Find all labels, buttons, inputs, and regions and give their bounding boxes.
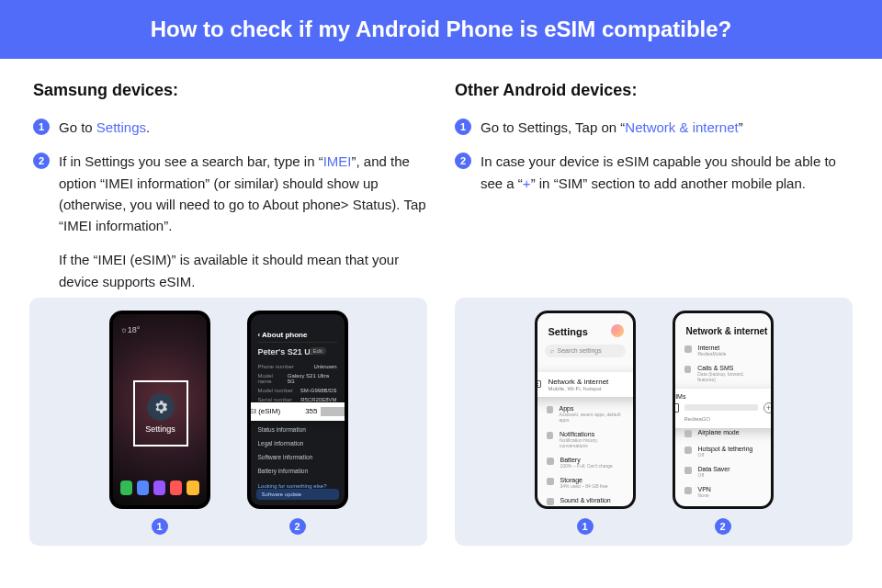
other-shot-1: Settings ⌕ Search settings Network & int… xyxy=(535,311,636,535)
other-step-2-text: In case your device is eSIM capable you … xyxy=(481,151,849,194)
other-screenshots: Settings ⌕ Search settings Network & int… xyxy=(455,298,853,546)
screenshots-row: ☼18° Settings 1 ‹ About phone Peter's S2… xyxy=(0,298,882,546)
imei-label: IMEI (eSIM) xyxy=(247,407,281,415)
about-list: Status information Legal information Sof… xyxy=(258,426,337,474)
carrier-label: RedteaGO xyxy=(684,416,774,422)
wifi-icon xyxy=(535,380,541,388)
network-title: Network & internet xyxy=(686,326,768,336)
other-heading: Other Android devices: xyxy=(455,81,849,100)
samsung-screenshots: ☼18° Settings 1 ‹ About phone Peter's S2… xyxy=(29,298,427,546)
network-internet-callout: Network & internet Mobile, Wi-Fi, hotspo… xyxy=(535,372,636,397)
settings-title: Settings xyxy=(548,326,588,337)
page-title: How to check if my Android Phone is eSIM… xyxy=(0,17,882,42)
phone-android-settings: Settings ⌕ Search settings Network & int… xyxy=(535,311,636,509)
plus-icon: + xyxy=(763,402,774,413)
search-settings: ⌕ Search settings xyxy=(545,345,626,357)
samsung-shot-2: ‹ About phone Peter's S21 Ultra Edit Pho… xyxy=(247,311,348,535)
settings-label: Settings xyxy=(145,424,175,434)
edit-button: Edit xyxy=(310,347,326,355)
shot-badge: 1 xyxy=(577,518,594,535)
masked-value xyxy=(321,407,348,416)
other-shot-2: Network & internet InternetRedteaMobile … xyxy=(673,311,774,535)
samsung-shot-1: ☼18° Settings 1 xyxy=(109,311,210,535)
settings-list: AppsAssistant, recent apps, default apps… xyxy=(547,405,624,505)
network-list-bottom: Airplane mode Hotspot & tetheringOff Dat… xyxy=(684,429,762,509)
samsung-heading: Samsung devices: xyxy=(33,81,427,100)
shot-badge: 2 xyxy=(289,518,306,535)
settings-link[interactable]: Settings xyxy=(96,119,146,135)
network-list-top: InternetRedteaMobile Calls & SMSData (ba… xyxy=(684,345,762,382)
other-step-2: 2 In case your device is eSIM capable yo… xyxy=(455,151,849,194)
search-icon: ⌕ xyxy=(550,347,554,354)
other-step-1: 1 Go to Settings, Tap on “Network & inte… xyxy=(455,117,849,138)
samsung-step-1-text: Go to Settings. xyxy=(59,117,150,138)
plus-link[interactable]: + xyxy=(523,175,531,191)
imei-link[interactable]: IMEI xyxy=(323,153,352,169)
phone-samsung-about: ‹ About phone Peter's S21 Ultra Edit Pho… xyxy=(247,311,348,509)
looking-for: Looking for something else? xyxy=(258,483,327,489)
sim-icon xyxy=(673,403,679,413)
step-bullet-1: 1 xyxy=(455,119,471,135)
phone-samsung-home: ☼18° Settings xyxy=(109,311,210,509)
weather-widget: ☼18° xyxy=(120,325,141,334)
network-internet-link[interactable]: Network & internet xyxy=(625,119,738,135)
gear-icon xyxy=(147,393,175,421)
step-bullet-2: 2 xyxy=(33,153,50,169)
masked-sim xyxy=(684,404,758,411)
other-column: Other Android devices: 1 Go to Settings,… xyxy=(455,81,849,292)
imei-esim-callout: IMEI (eSIM) 355 xyxy=(247,402,348,421)
page-header: How to check if my Android Phone is eSIM… xyxy=(0,0,882,59)
app-dock xyxy=(120,478,199,498)
samsung-step-2-text: If in Settings you see a search bar, typ… xyxy=(59,151,427,236)
sims-heading: SIMs xyxy=(673,393,774,400)
step-bullet-1: 1 xyxy=(33,119,50,135)
step-bullet-2: 2 xyxy=(455,153,471,169)
settings-app-highlight: Settings xyxy=(133,380,188,447)
samsung-step-1: 1 Go to Settings. xyxy=(33,117,427,138)
samsung-column: Samsung devices: 1 Go to Settings. 2 If … xyxy=(33,81,427,292)
samsung-step-2: 2 If in Settings you see a search bar, t… xyxy=(33,151,427,236)
phone-android-network: Network & internet InternetRedteaMobile … xyxy=(673,311,774,509)
avatar-icon xyxy=(611,324,624,337)
spec-rows: Phone numberUnknown Model nameGalaxy S21… xyxy=(258,364,337,402)
other-step-1-text: Go to Settings, Tap on “Network & intern… xyxy=(481,117,743,138)
about-title: ‹ About phone xyxy=(258,331,337,343)
samsung-step-2-extra: If the “IMEI (eSIM)” is available it sho… xyxy=(59,249,427,292)
sims-callout: SIMs + RedteaGO xyxy=(673,389,774,428)
software-update: Software update xyxy=(256,489,339,500)
shot-badge: 1 xyxy=(152,518,168,535)
content-columns: Samsung devices: 1 Go to Settings. 2 If … xyxy=(0,59,882,292)
shot-badge: 2 xyxy=(715,518,731,535)
